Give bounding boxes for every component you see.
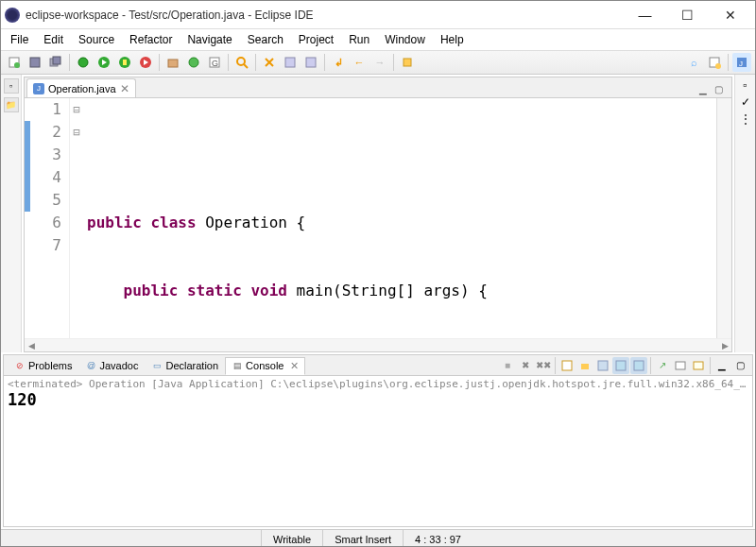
scroll-right-button[interactable]: ▶ (718, 339, 731, 352)
window-titlebar: eclipse-workspace - Test/src/Operation.j… (1, 1, 755, 29)
status-bar: Writable Smart Insert 4 : 33 : 97 (1, 529, 755, 547)
menu-navigate[interactable]: Navigate (180, 31, 239, 48)
forward-button[interactable]: → (370, 53, 389, 72)
tab-console[interactable]: ▤Console✕ (225, 357, 305, 375)
menu-help[interactable]: Help (433, 31, 472, 48)
editor-panel: J Operation.java ✕ ▁ ▢ 1 2 3 4 5 6 7 (24, 77, 732, 352)
console-word-wrap-button[interactable] (594, 357, 611, 374)
last-edit-button[interactable]: ↲ (329, 53, 348, 72)
console-remove-button[interactable]: ✖ (517, 357, 534, 374)
console-display-button[interactable] (672, 357, 689, 374)
outline-icon[interactable]: ⋮ (740, 112, 751, 126)
console-open-button[interactable] (690, 357, 707, 374)
minimize-editor-button[interactable]: ▁ (699, 84, 713, 97)
scroll-left-button[interactable]: ◀ (25, 339, 38, 352)
svg-rect-9 (123, 60, 127, 65)
window-title: eclipse-workspace - Test/src/Operation.j… (26, 9, 624, 22)
debug-button[interactable] (74, 53, 93, 72)
maximize-bottom-button[interactable]: ▢ (731, 357, 748, 374)
svg-rect-30 (676, 362, 685, 369)
back-button[interactable]: ← (350, 53, 369, 72)
new-package-button[interactable] (163, 53, 182, 72)
code-editor[interactable]: 1 2 3 4 5 6 7 ⊟ ⊟ public class Operation… (25, 98, 731, 338)
restore-right-button[interactable]: ▫ (743, 78, 747, 92)
console-remove-all-button[interactable]: ✖✖ (535, 357, 552, 374)
save-all-button[interactable] (46, 53, 65, 72)
console-clear-button[interactable] (558, 357, 576, 374)
main-toolbar: G ↲ ← → ⌕ J (1, 50, 755, 75)
package-explorer-icon[interactable]: 📁 (4, 97, 19, 112)
console-scroll-lock-button[interactable] (576, 357, 593, 374)
menu-refactor[interactable]: Refactor (122, 31, 180, 48)
toggle-mark-button[interactable] (260, 53, 279, 72)
svg-text:J: J (739, 60, 743, 68)
annotation-next-button[interactable] (301, 53, 320, 72)
close-window-button[interactable]: ✕ (709, 2, 751, 28)
editor-tab-bar: J Operation.java ✕ ▁ ▢ (25, 77, 731, 98)
console-show-on-err-button[interactable] (630, 357, 647, 374)
svg-rect-12 (168, 60, 178, 67)
console-view[interactable]: <terminated> Operation [Java Application… (4, 376, 752, 526)
svg-text:G: G (212, 59, 218, 68)
new-class-button[interactable] (184, 53, 203, 72)
menu-source[interactable]: Source (71, 31, 122, 48)
overview-ruler[interactable] (716, 98, 731, 338)
bottom-panel: ⊘Problems @Javadoc ▭Declaration ▤Console… (3, 354, 753, 527)
coverage-button[interactable] (115, 53, 134, 72)
java-perspective-button[interactable]: J (732, 53, 751, 72)
new-button[interactable] (5, 53, 24, 72)
tab-declaration[interactable]: ▭Declaration (145, 357, 225, 374)
minimize-button[interactable]: — (624, 2, 666, 28)
svg-point-1 (14, 62, 20, 68)
console-pin-button[interactable]: ↗ (654, 357, 671, 374)
maximize-button[interactable]: ☐ (666, 2, 709, 28)
status-writable: Writable (261, 530, 322, 547)
annotation-prev-button[interactable] (281, 53, 300, 72)
status-notification-icon[interactable] (732, 530, 755, 547)
right-trim: ▫ ✓ ⋮ (734, 75, 755, 352)
code-line-2[interactable]: public class Operation { (87, 212, 716, 234)
console-process-label: <terminated> Operation [Java Application… (8, 378, 748, 390)
bottom-tab-bar: ⊘Problems @Javadoc ▭Declaration ▤Console… (4, 355, 752, 376)
tab-problems[interactable]: ⊘Problems (8, 357, 78, 374)
svg-rect-18 (285, 58, 295, 67)
open-perspective-button[interactable] (705, 53, 724, 72)
maximize-editor-button[interactable]: ▢ (714, 84, 728, 97)
task-list-icon[interactable]: ✓ (741, 95, 750, 109)
code-content[interactable]: public class Operation { public static v… (83, 98, 716, 338)
svg-rect-28 (616, 361, 626, 370)
line-number-gutter: 1 2 3 4 5 6 7 (30, 98, 70, 338)
javadoc-icon: @ (85, 360, 96, 371)
minimize-bottom-button[interactable]: ▁ (713, 357, 730, 374)
svg-rect-20 (404, 59, 411, 66)
status-cursor-position: 4 : 33 : 97 (403, 530, 472, 547)
external-tools-button[interactable] (136, 53, 155, 72)
menu-window[interactable]: Window (377, 31, 433, 48)
quick-access-button[interactable]: ⌕ (684, 53, 703, 72)
menu-search[interactable]: Search (240, 31, 291, 48)
svg-point-16 (237, 58, 245, 65)
svg-point-5 (78, 58, 88, 67)
close-tab-button[interactable]: ✕ (120, 82, 129, 95)
menu-edit[interactable]: Edit (36, 31, 71, 48)
tab-javadoc[interactable]: @Javadoc (78, 357, 145, 374)
menu-file[interactable]: File (3, 31, 36, 48)
open-type-button[interactable]: G (205, 53, 224, 72)
svg-point-22 (715, 63, 721, 69)
save-button[interactable] (26, 53, 44, 72)
run-button[interactable] (94, 53, 113, 72)
search-button[interactable] (232, 53, 251, 72)
console-show-on-out-button[interactable] (612, 357, 629, 374)
code-line-1[interactable] (87, 144, 716, 166)
java-file-icon: J (33, 83, 44, 94)
menu-project[interactable]: Project (291, 31, 341, 48)
editor-hscrollbar[interactable]: ◀ ▶ (25, 338, 731, 351)
editor-tab-operation[interactable]: J Operation.java ✕ (26, 78, 136, 97)
svg-rect-2 (30, 58, 40, 67)
restore-view-button[interactable]: ▫ (4, 78, 19, 94)
menu-run[interactable]: Run (341, 31, 377, 48)
close-console-tab[interactable]: ✕ (290, 360, 299, 372)
pin-editor-button[interactable] (398, 53, 417, 72)
console-terminate-button[interactable]: ■ (499, 357, 516, 374)
code-line-3[interactable]: public static void main(String[] args) { (87, 280, 716, 302)
